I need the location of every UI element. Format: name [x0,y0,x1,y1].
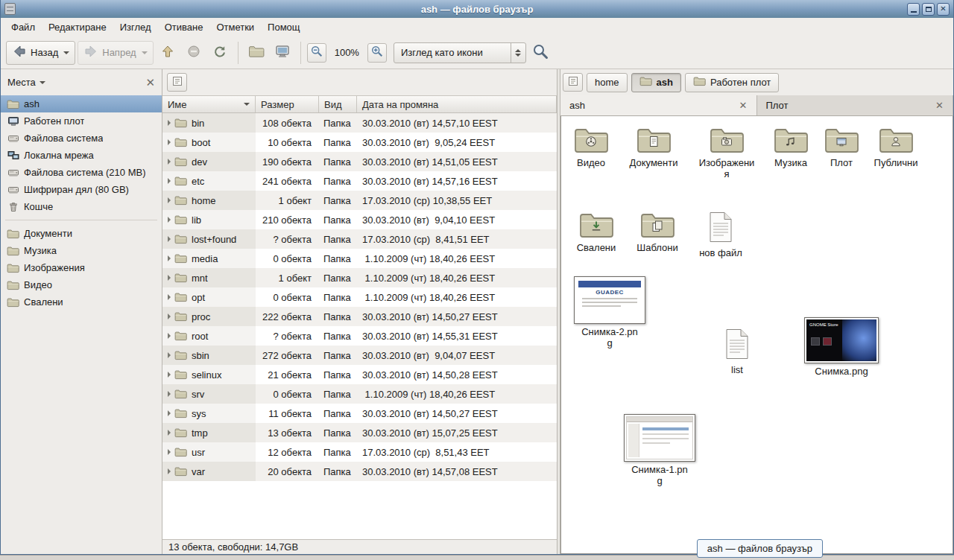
sidebar-item[interactable]: Видео [1,276,162,293]
icon-view-item[interactable]: list [704,328,771,375]
icon-view[interactable]: ВидеоДокументиИзображенияМузикаПлотПубли… [560,116,953,554]
expander-icon[interactable] [168,314,171,319]
table-row[interactable]: usr12 обектаПапка17.03.2010 (ср) 8,51,43… [162,442,557,462]
expander-icon[interactable] [168,391,171,397]
back-button[interactable]: Назад [6,41,75,65]
close-button[interactable]: ✕ [937,3,950,16]
icon-view-item[interactable]: Видео [560,125,625,168]
location-toggle-button[interactable] [563,73,583,92]
table-row[interactable]: bin108 обектаПапка30.03.2010 (вт) 14,57,… [162,113,557,133]
table-row[interactable]: opt0 обектаПапка 1.10.2009 (чт) 18,40,26… [162,287,557,307]
table-row[interactable]: selinux21 обектаПапка30.03.2010 (вт) 14,… [162,365,557,384]
stop-button[interactable] [182,41,206,65]
home-button[interactable] [244,41,268,65]
sidebar-item[interactable]: Файлова система [1,130,162,147]
expander-icon[interactable] [168,333,171,339]
column-header[interactable]: Дата на промяна [357,96,557,112]
back-history-dropdown-icon[interactable] [63,51,69,54]
sidebar-item[interactable]: Свалени [1,293,162,311]
zoom-in-button[interactable] [367,43,387,63]
table-row[interactable]: dev190 обектаПапка30.03.2010 (вт) 14,51,… [162,152,557,171]
icon-view-item[interactable]: нов файл [687,211,754,258]
maximize-button[interactable] [922,3,935,16]
search-button[interactable] [528,41,552,65]
expander-icon[interactable] [168,139,171,145]
minimize-button[interactable] [907,3,920,16]
sidebar-item[interactable]: Работен плот [1,112,162,130]
title-bar[interactable]: ash — файлов браузър ✕ [1,0,953,18]
path-button-home[interactable]: home [587,73,628,92]
table-row[interactable]: sys11 обектаПапка30.03.2010 (вт) 14,50,2… [162,404,557,423]
forward-history-dropdown-icon[interactable] [142,51,148,54]
expander-icon[interactable] [168,236,171,242]
icon-view-item[interactable]: Снимка-1.png [626,414,693,487]
table-row[interactable]: lib210 обектаПапка30.03.2010 (вт) 9,04,1… [162,210,557,229]
forward-button[interactable]: Напред [78,41,153,65]
table-row[interactable]: home1 обектПапка17.03.2010 (ср) 10,38,55… [162,191,557,210]
sidebar-item[interactable]: ash [1,95,162,112]
view-mode-select[interactable]: Изглед като икони [394,42,526,63]
path-button-ash[interactable]: ash [631,73,681,92]
path-button-desktop[interactable]: Работен плот [685,73,779,92]
expander-icon[interactable] [168,275,171,281]
expander-icon[interactable] [168,410,171,416]
expander-icon[interactable] [168,217,171,223]
expander-icon[interactable] [168,178,171,184]
table-row[interactable]: lost+found? обектаПапка17.03.2010 (ср) 8… [162,229,557,249]
tab-desktop[interactable]: Плот ✕ [757,95,954,115]
computer-button[interactable] [271,41,294,65]
tab-ash[interactable]: ash ✕ [560,95,757,115]
menu-help[interactable]: Помощ [261,19,306,35]
expander-icon[interactable] [168,449,171,455]
menu-go[interactable]: Отиване [158,19,210,35]
table-row[interactable]: proc222 обектаПапка30.03.2010 (вт) 14,50… [162,307,557,326]
menu-file[interactable]: Файл [4,19,42,35]
column-header[interactable]: Име [162,96,256,112]
expander-icon[interactable] [168,197,171,203]
sidebar-item[interactable]: Кошче [1,198,162,215]
icon-view-item[interactable]: Свалени [563,210,630,253]
menu-edit[interactable]: Редактиране [42,19,113,35]
sidebar-close-icon[interactable]: ✕ [145,77,155,88]
column-header[interactable]: Размер [256,96,319,112]
close-tab-icon[interactable]: ✕ [935,101,944,110]
sidebar-item[interactable]: Файлова система (210 MB) [1,164,162,181]
icon-view-item[interactable]: Изображения [693,125,760,180]
location-toggle-button[interactable] [167,73,187,92]
sidebar-item[interactable]: Изображения [1,259,162,276]
expander-icon[interactable] [168,120,171,126]
column-header[interactable]: Вид [319,96,357,112]
expander-icon[interactable] [168,430,171,436]
icon-view-item[interactable]: Публични [862,125,929,168]
sidebar-item[interactable]: Локална мрежа [1,147,162,164]
expander-icon[interactable] [168,352,171,358]
icon-view-item[interactable]: GNOME StoreСнимка.png [808,317,875,377]
icon-view-item[interactable]: Шаблони [624,210,691,253]
table-row[interactable]: etc241 обектаПапка30.03.2010 (вт) 14,57,… [162,171,557,191]
zoom-out-button[interactable] [307,43,326,63]
taskbar-window-button[interactable]: ash — файлов браузър [697,539,823,558]
expander-icon[interactable] [168,372,171,378]
sidebar-item[interactable]: Документи [1,225,162,242]
sidebar-item[interactable]: Музика [1,242,162,259]
icon-view-item[interactable]: GUADECСнимка-2.png [576,276,643,349]
table-row[interactable]: sbin272 обектаПапка30.03.2010 (вт) 9,04,… [162,346,557,365]
table-row[interactable]: media0 обектаПапка 1.10.2009 (чт) 18,40,… [162,249,557,268]
sidebar-mode-select[interactable]: Места [7,77,45,88]
reload-button[interactable] [208,41,232,65]
expander-icon[interactable] [168,159,171,165]
expander-icon[interactable] [168,468,171,474]
table-row[interactable]: boot10 обектаПапка30.03.2010 (вт) 9,05,2… [162,133,557,152]
close-tab-icon[interactable]: ✕ [739,101,748,110]
expander-icon[interactable] [168,255,171,261]
table-row[interactable]: srv0 обектаПапка 1.10.2009 (чт) 18,40,26… [162,384,557,404]
up-button[interactable] [156,41,180,65]
table-row[interactable]: tmp13 обектаПапка30.03.2010 (вт) 15,07,2… [162,423,557,442]
table-row[interactable]: mnt1 обектПапка 1.10.2009 (чт) 18,40,26 … [162,268,557,287]
sidebar-item[interactable]: Шифриран дял (80 GB) [1,181,162,198]
menu-bookmarks[interactable]: Отметки [209,19,261,35]
icon-view-item[interactable]: Документи [620,125,687,168]
table-row[interactable]: root? обектаПапка30.03.2010 (вт) 14,55,3… [162,326,557,346]
menu-view[interactable]: Изглед [113,19,158,35]
expander-icon[interactable] [168,294,171,300]
